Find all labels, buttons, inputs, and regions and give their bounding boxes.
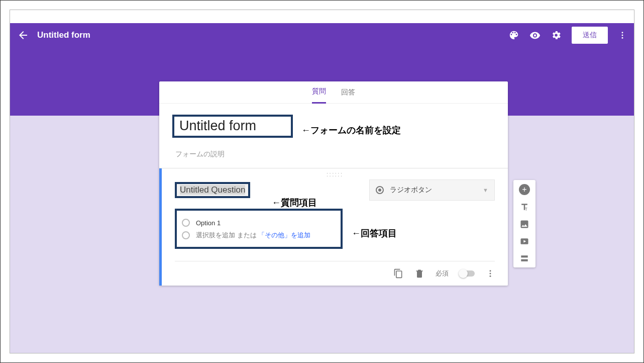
radio-outline-icon [182,231,190,239]
radio-outline-icon [182,219,190,227]
question-title-highlight: Untitled Question [175,182,250,198]
back-arrow-icon[interactable] [17,29,29,41]
add-option-button[interactable]: 選択肢を追加 または 「その他」を追加 [196,231,310,240]
form-description-input[interactable]: フォームの説明 [175,150,495,159]
more-vert-icon[interactable] [618,31,627,40]
question-more-icon[interactable] [486,269,495,278]
form-title-input[interactable]: Untitled form [179,118,256,133]
drag-handle-icon[interactable]: :::::: [327,170,344,178]
chevron-down-icon: ▼ [483,187,488,193]
svg-point-4 [490,273,491,275]
palette-icon[interactable] [508,30,519,41]
add-other-button[interactable]: 「その他」を追加 [258,231,310,239]
duplicate-icon[interactable] [393,268,403,279]
option-label[interactable]: Option 1 [196,219,221,227]
required-label: 必須 [436,269,449,278]
annotation-form-title: ←フォームの名前を設定 [301,124,401,136]
svg-text:T: T [525,207,527,212]
send-button[interactable]: 送信 [572,27,608,44]
annotation-question-title: ←質問項目 [272,197,317,209]
svg-point-0 [622,32,623,33]
document-title[interactable]: Untitled form [37,30,90,40]
annotation-answer: ←回答項目 [352,227,397,239]
svg-rect-9 [521,255,527,257]
add-question-button[interactable]: + [519,184,530,195]
form-card: 質問 回答 Untitled form フォームの説明 :::::: Untit… [159,81,508,286]
question-type-label: ラジオボタン [390,186,432,195]
add-image-icon[interactable] [519,219,529,229]
tab-responses[interactable]: 回答 [341,81,355,104]
add-video-icon[interactable] [519,236,529,246]
svg-rect-10 [521,259,527,261]
form-title-highlight: Untitled form [172,115,293,138]
delete-icon[interactable] [414,268,424,279]
question-type-select[interactable]: ラジオボタン ▼ [369,179,495,201]
option-row[interactable]: Option 1 [182,219,336,227]
question-title-input[interactable]: Untitled Question [180,185,245,195]
add-section-icon[interactable] [519,253,529,263]
settings-icon[interactable] [551,30,562,41]
question-card: :::::: Untitled Question ラジオボタン ▼ Option… [159,168,508,286]
svg-point-1 [622,35,623,36]
add-title-icon[interactable]: T [519,202,529,212]
required-toggle[interactable] [460,270,475,277]
tab-questions[interactable]: 質問 [312,81,326,104]
side-toolbar: + T [513,180,535,267]
svg-point-3 [490,270,491,271]
options-highlight: Option 1 選択肢を追加 または 「その他」を追加 [175,209,343,249]
svg-point-2 [622,37,623,39]
preview-icon[interactable] [529,30,541,41]
radio-icon [376,186,384,194]
svg-point-5 [490,276,491,277]
